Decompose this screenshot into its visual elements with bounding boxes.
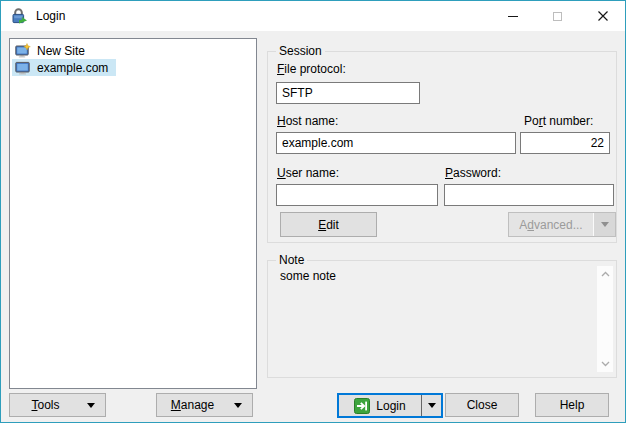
list-item-new-site[interactable]: New Site	[10, 42, 256, 59]
list-item-example-com[interactable]: example.com	[10, 59, 256, 76]
minimize-button[interactable]	[490, 1, 535, 31]
login-icon	[354, 398, 370, 414]
note-scrollbar[interactable]	[597, 266, 613, 372]
site-list[interactable]: New Site example.com	[9, 38, 257, 389]
window-controls	[490, 1, 625, 31]
chevron-down-icon	[87, 403, 95, 408]
close-dialog-button[interactable]: Close	[445, 393, 519, 417]
note-text: some note	[280, 269, 336, 283]
scroll-up-icon[interactable]	[601, 271, 610, 277]
help-button[interactable]: Help	[535, 393, 609, 417]
port-number-field[interactable]	[520, 132, 610, 154]
close-button-label: Close	[467, 398, 498, 412]
close-button[interactable]	[580, 1, 625, 31]
user-name-field[interactable]	[276, 184, 438, 206]
session-group-label: Session	[276, 44, 325, 58]
maximize-icon	[553, 12, 562, 21]
host-name-label: Host name:	[277, 114, 338, 128]
list-item-label: New Site	[37, 44, 85, 58]
chevron-down-icon	[428, 403, 436, 408]
window-title: Login	[36, 9, 65, 23]
tools-button[interactable]: Tools	[9, 393, 106, 417]
password-label: Password:	[445, 166, 501, 180]
chevron-down-icon	[601, 222, 609, 227]
manage-button[interactable]: Manage	[156, 393, 253, 417]
manage-button-label: Manage	[171, 398, 214, 412]
user-name-label: User name:	[277, 166, 339, 180]
advanced-dropdown	[593, 213, 615, 236]
login-button-label: Login	[376, 399, 405, 413]
list-item-label: example.com	[37, 61, 108, 75]
winscp-app-icon	[10, 7, 28, 25]
note-group-label: Note	[276, 253, 307, 267]
help-button-label: Help	[560, 398, 585, 412]
login-button[interactable]: Login	[337, 393, 443, 418]
password-field[interactable]	[444, 184, 614, 206]
note-group: Note some note	[267, 260, 617, 378]
file-protocol-field[interactable]	[276, 82, 420, 104]
new-site-icon	[15, 43, 31, 59]
close-icon	[597, 10, 609, 22]
host-name-field[interactable]	[276, 132, 516, 154]
edit-button[interactable]: Edit	[280, 212, 377, 237]
titlebar: Login	[1, 1, 625, 31]
session-group: Session File protocol: Host name: Port n…	[267, 51, 617, 243]
minimize-icon	[508, 16, 518, 17]
site-icon	[15, 60, 31, 76]
login-dropdown[interactable]	[421, 395, 441, 416]
scroll-down-icon[interactable]	[601, 361, 610, 367]
port-number-label: Port number:	[524, 114, 593, 128]
advanced-button: Advanced...	[508, 212, 616, 237]
advanced-button-label: Advanced...	[509, 218, 593, 232]
edit-button-label: Edit	[318, 218, 339, 232]
tools-button-label: Tools	[31, 398, 59, 412]
file-protocol-label: File protocol:	[277, 62, 346, 76]
maximize-button	[535, 1, 580, 31]
chevron-down-icon	[234, 403, 242, 408]
